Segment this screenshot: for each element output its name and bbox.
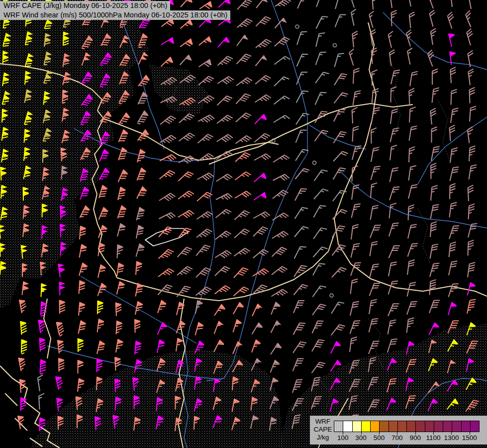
wind-barb bbox=[20, 321, 27, 335]
wind-barb bbox=[294, 244, 306, 261]
wind-barb bbox=[350, 336, 357, 353]
weather-map-canvas: WRF CAPE (J/kg) Monday 06-10-2025 18:00 … bbox=[0, 0, 487, 448]
wind-barb bbox=[237, 52, 252, 68]
title-wind-shear-text: WRF Wind shear (m/s) 500/1000hPa Monday … bbox=[3, 11, 227, 19]
wind-barb bbox=[97, 341, 105, 355]
legend-title-line2: CAPE bbox=[312, 426, 334, 434]
wind-barb bbox=[315, 91, 327, 107]
wind-barb bbox=[117, 224, 126, 238]
wind-barb bbox=[297, 0, 309, 10]
wind-barb bbox=[351, 242, 360, 259]
wind-barb bbox=[159, 225, 173, 240]
legend-color-bar bbox=[334, 421, 480, 432]
wind-barb bbox=[117, 263, 124, 277]
wind-barb bbox=[332, 266, 347, 281]
wind-barb bbox=[97, 301, 103, 314]
wind-barb bbox=[295, 206, 308, 222]
wind-barb bbox=[405, 30, 415, 46]
wind-barb bbox=[316, 50, 326, 67]
wind-barb bbox=[136, 283, 144, 297]
wind-barb bbox=[293, 321, 306, 337]
wind-barb bbox=[465, 10, 476, 27]
wind-barb bbox=[312, 319, 324, 336]
wind-barb bbox=[450, 184, 456, 200]
wind-barb bbox=[136, 261, 142, 275]
wind-barb bbox=[468, 262, 475, 278]
wind-barb bbox=[429, 298, 440, 315]
wind-barb bbox=[369, 339, 380, 356]
wind-barb bbox=[271, 360, 281, 374]
wind-barb bbox=[197, 210, 213, 224]
wind-barb bbox=[335, 52, 344, 68]
wind-barb bbox=[349, 0, 359, 7]
legend-tick-value: 700 bbox=[391, 434, 403, 442]
weather-map bbox=[0, 0, 487, 448]
wind-barb bbox=[352, 108, 358, 123]
wind-barb bbox=[199, 37, 213, 50]
wind-barb bbox=[196, 286, 211, 300]
cape-legend: WRF CAPE J/kg 10030050070090011001300150… bbox=[310, 416, 487, 445]
wind-barb bbox=[332, 224, 345, 240]
legend-cell bbox=[425, 421, 434, 432]
wind-barb bbox=[468, 240, 474, 256]
legend-cell bbox=[362, 421, 371, 432]
wind-barb bbox=[271, 302, 281, 317]
legend-cell bbox=[389, 421, 398, 432]
wind-barb bbox=[99, 149, 109, 164]
wind-barb bbox=[371, 146, 379, 163]
wind-barb bbox=[273, 154, 289, 167]
wind-barb bbox=[19, 299, 27, 313]
wind-barb bbox=[196, 243, 210, 259]
legend-tick-value: 500 bbox=[374, 434, 385, 442]
wind-barb bbox=[332, 43, 337, 47]
legend-cell bbox=[380, 421, 389, 432]
wind-barb bbox=[215, 230, 231, 244]
wind-barb bbox=[97, 359, 102, 372]
legend-title: WRF CAPE J/kg bbox=[312, 418, 334, 442]
wind-barb bbox=[409, 165, 416, 181]
wind-barb bbox=[158, 300, 167, 315]
wind-barb bbox=[252, 304, 262, 319]
wind-barb bbox=[233, 341, 243, 356]
wind-barb bbox=[256, 38, 271, 52]
legend-cell bbox=[452, 421, 461, 432]
wind-barb bbox=[297, 52, 308, 69]
wind-barb bbox=[408, 223, 417, 239]
wind-barb bbox=[21, 339, 27, 354]
wind-barb bbox=[136, 244, 145, 258]
wind-barb bbox=[370, 281, 381, 298]
wind-barb bbox=[329, 293, 334, 298]
wind-barb bbox=[80, 206, 91, 220]
legend-cell bbox=[462, 421, 471, 432]
legend-title-line1: WRF bbox=[312, 418, 334, 426]
wind-barb bbox=[408, 205, 414, 221]
wind-barb bbox=[295, 24, 299, 28]
wind-barb bbox=[448, 302, 457, 317]
wind-barb bbox=[233, 320, 242, 334]
wind-barb bbox=[351, 261, 361, 277]
wind-barb bbox=[235, 209, 250, 224]
wind-barb bbox=[334, 91, 348, 107]
wind-barb bbox=[137, 207, 145, 222]
wind-barb bbox=[449, 224, 459, 240]
wind-barb bbox=[296, 70, 307, 87]
wind-barb bbox=[79, 263, 88, 277]
legend-tick-value: 300 bbox=[355, 434, 367, 442]
wind-barb bbox=[80, 226, 86, 240]
wind-barb bbox=[160, 154, 176, 166]
wind-barb bbox=[293, 299, 304, 315]
wind-barb bbox=[450, 0, 458, 7]
wind-barb bbox=[79, 302, 85, 316]
wind-barb bbox=[136, 225, 144, 239]
wind-barb bbox=[159, 212, 176, 224]
wind-barb bbox=[353, 68, 360, 84]
wind-barb bbox=[274, 75, 289, 90]
wind-barb bbox=[369, 11, 378, 27]
wind-barb bbox=[177, 265, 193, 279]
wind-barb bbox=[388, 302, 399, 318]
wind-barb bbox=[161, 38, 176, 50]
wind-barb bbox=[312, 360, 325, 376]
wind-barb bbox=[60, 300, 65, 314]
wind-barb bbox=[272, 265, 288, 279]
wind-barb bbox=[467, 298, 476, 315]
